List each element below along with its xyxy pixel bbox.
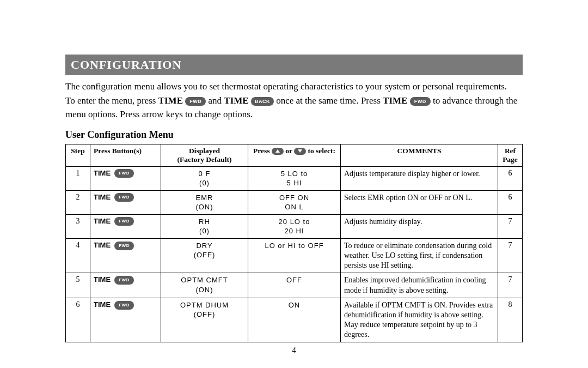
time-label: TIME [94,241,111,249]
col-buttons: Press Button(s) [90,144,161,166]
time-label: TIME [94,275,111,283]
fwd-icon: FWD [114,193,134,202]
cell-comments: Adjusts temperature display higher or lo… [341,166,498,190]
cell-step: 4 [66,238,90,273]
col-comments: COMMENTS [341,144,498,166]
table-header-row: Step Press Button(s) Displayed (Factory … [66,144,523,166]
cell-ref: 8 [498,298,523,342]
svg-marker-0 [275,149,280,153]
intro-time1: TIME [158,95,183,106]
table-row: 3TIME FWDRH(0)20 LO to20 HIAdjusts humid… [66,214,523,238]
cell-comments: Selects EMR option ON or OFF or ON L. [341,190,498,214]
cell-ref: 6 [498,166,523,190]
cell-select: 5 LO to5 HI [248,166,341,190]
config-table: Step Press Button(s) Displayed (Factory … [65,144,523,343]
fwd-icon: FWD [410,97,431,106]
col-ref-l2: Page [503,155,518,164]
table-row: 6TIME FWDOPTM DHUM(OFF)ONAvailable if OP… [66,298,523,342]
cell-step: 5 [66,273,90,298]
col-displayed-l1: Displayed [189,147,220,155]
col-select-a: Press [253,147,272,155]
arrow-down-icon [294,148,306,155]
cell-displayed: 0 F(0) [161,166,248,190]
arrow-up-icon [272,148,284,155]
cell-buttons: TIME FWD [90,190,161,214]
cell-buttons: TIME FWD [90,166,161,190]
cell-step: 6 [66,298,90,342]
cell-step: 3 [66,214,90,238]
page-number: 4 [65,346,523,355]
cell-displayed: EMR(ON) [161,190,248,214]
col-ref-l1: Ref [505,147,516,155]
svg-marker-1 [298,149,302,153]
time-label: TIME [94,169,111,177]
col-step: Step [66,144,90,166]
intro-p2c: once at the same time. Press [276,95,383,106]
intro-p2a: To enter the menu, press [65,95,158,106]
intro-text: The configuration menu allows you to set… [65,80,523,122]
fwd-icon: FWD [114,217,134,226]
cell-comments: To reduce or eliminate condensation duri… [341,238,498,273]
cell-select: OFF ONON L [248,190,341,214]
intro-time2: TIME [224,95,248,106]
cell-displayed: OPTM DHUM(OFF) [161,298,248,342]
cell-ref: 6 [498,190,523,214]
cell-buttons: TIME FWD [90,214,161,238]
cell-buttons: TIME FWD [90,298,161,342]
cell-ref: 7 [498,273,523,298]
section-heading: CONFIGURATION [65,55,523,75]
fwd-icon: FWD [114,301,134,310]
intro-p2b: and [209,95,224,106]
table-row: 2TIME FWDEMR(ON)OFF ONON LSelects EMR op… [66,190,523,214]
col-select-c: to select: [308,147,335,155]
table-title: User Configuration Menu [65,129,523,141]
cell-ref: 7 [498,214,523,238]
col-select-b: or [285,147,294,155]
col-ref: Ref Page [498,144,523,166]
table-row: 4TIME FWDDRY(OFF)LO or HI to OFFTo reduc… [66,238,523,273]
cell-step: 2 [66,190,90,214]
cell-select: 20 LO to20 HI [248,214,341,238]
cell-step: 1 [66,166,90,190]
fwd-icon: FWD [114,169,134,178]
cell-comments: Enables improved dehumidification in coo… [341,273,498,298]
fwd-icon: FWD [185,97,206,106]
cell-select: LO or HI to OFF [248,238,341,273]
fwd-icon: FWD [114,242,134,250]
time-label: TIME [94,300,111,309]
fwd-icon: FWD [114,276,134,285]
cell-buttons: TIME FWD [90,273,161,298]
cell-displayed: RH(0) [161,214,248,238]
cell-comments: Adjusts humidity display. [341,214,498,238]
cell-ref: 7 [498,238,523,273]
time-label: TIME [94,217,111,225]
intro-line1: The configuration menu allows you to set… [65,81,507,92]
cell-select: ON [248,298,341,342]
col-select: Press or to select: [248,144,341,166]
table-row: 1TIME FWD0 F(0)5 LO to5 HIAdjusts temper… [66,166,523,190]
col-displayed: Displayed (Factory Default) [161,144,248,166]
intro-time3: TIME [383,95,407,106]
cell-displayed: DRY(OFF) [161,238,248,273]
cell-displayed: OPTM CMFT(ON) [161,273,248,298]
back-icon: BACK [251,97,274,106]
time-label: TIME [94,193,111,201]
cell-buttons: TIME FWD [90,238,161,273]
table-row: 5TIME FWDOPTM CMFT(ON)OFFEnables improve… [66,273,523,298]
col-displayed-l2: (Factory Default) [177,155,231,164]
cell-select: OFF [248,273,341,298]
cell-comments: Available if OPTM CMFT is ON. Provides e… [341,298,498,342]
